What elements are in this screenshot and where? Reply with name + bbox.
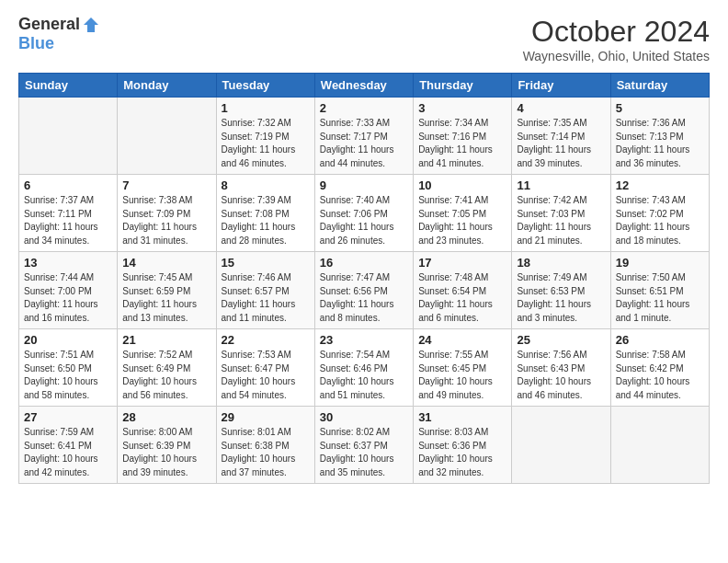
day-info: Sunrise: 8:00 AMSunset: 6:39 PMDaylight:…: [122, 426, 210, 479]
table-row: 9Sunrise: 7:40 AMSunset: 7:06 PMDaylight…: [314, 175, 413, 252]
day-number: 16: [320, 256, 408, 270]
table-row: 23Sunrise: 7:54 AMSunset: 6:46 PMDayligh…: [314, 329, 413, 407]
day-number: 9: [320, 178, 408, 192]
calendar-week-row: 1Sunrise: 7:32 AMSunset: 7:19 PMDaylight…: [19, 98, 710, 175]
calendar-week-row: 27Sunrise: 7:59 AMSunset: 6:41 PMDayligh…: [19, 407, 710, 484]
day-info: Sunrise: 7:43 AMSunset: 7:02 PMDaylight:…: [616, 194, 704, 247]
day-number: 21: [122, 333, 210, 347]
logo-icon: [82, 16, 100, 34]
day-number: 2: [320, 101, 408, 115]
day-info: Sunrise: 7:50 AMSunset: 6:51 PMDaylight:…: [616, 271, 704, 325]
table-row: [610, 407, 709, 484]
svg-marker-0: [84, 17, 98, 32]
col-wednesday: Wednesday: [314, 74, 413, 98]
day-number: 19: [616, 256, 704, 270]
day-info: Sunrise: 7:48 AMSunset: 6:54 PMDaylight:…: [418, 271, 506, 325]
day-info: Sunrise: 7:37 AMSunset: 7:11 PMDaylight:…: [24, 194, 112, 247]
table-row: 26Sunrise: 7:58 AMSunset: 6:42 PMDayligh…: [610, 329, 709, 407]
header: General Blue October 2024 Waynesville, O…: [18, 15, 710, 63]
day-number: 18: [517, 256, 605, 270]
day-number: 25: [517, 333, 605, 347]
calendar-table: Sunday Monday Tuesday Wednesday Thursday…: [18, 73, 710, 484]
col-saturday: Saturday: [610, 74, 709, 98]
day-number: 10: [418, 178, 506, 192]
table-row: 16Sunrise: 7:47 AMSunset: 6:56 PMDayligh…: [314, 252, 413, 329]
day-info: Sunrise: 7:35 AMSunset: 7:14 PMDaylight:…: [517, 117, 605, 170]
table-row: 19Sunrise: 7:50 AMSunset: 6:51 PMDayligh…: [610, 252, 709, 329]
logo-blue-text: Blue: [18, 34, 54, 52]
day-number: 5: [616, 101, 704, 115]
table-row: 21Sunrise: 7:52 AMSunset: 6:49 PMDayligh…: [118, 329, 216, 407]
table-row: 28Sunrise: 8:00 AMSunset: 6:39 PMDayligh…: [118, 407, 216, 484]
table-row: 27Sunrise: 7:59 AMSunset: 6:41 PMDayligh…: [19, 407, 118, 484]
day-info: Sunrise: 7:58 AMSunset: 6:42 PMDaylight:…: [616, 349, 704, 402]
table-row: 22Sunrise: 7:53 AMSunset: 6:47 PMDayligh…: [216, 329, 314, 407]
day-info: Sunrise: 7:56 AMSunset: 6:43 PMDaylight:…: [517, 349, 605, 402]
day-number: 4: [517, 101, 605, 115]
day-number: 30: [320, 410, 408, 424]
table-row: 15Sunrise: 7:46 AMSunset: 6:57 PMDayligh…: [216, 252, 314, 329]
day-number: 3: [418, 101, 506, 115]
table-row: 2Sunrise: 7:33 AMSunset: 7:17 PMDaylight…: [314, 98, 413, 175]
table-row: [512, 407, 610, 484]
day-number: 15: [222, 256, 310, 270]
day-info: Sunrise: 8:03 AMSunset: 6:36 PMDaylight:…: [418, 426, 506, 479]
day-info: Sunrise: 7:59 AMSunset: 6:41 PMDaylight:…: [24, 426, 112, 479]
table-row: 31Sunrise: 8:03 AMSunset: 6:36 PMDayligh…: [414, 407, 512, 484]
table-row: 14Sunrise: 7:45 AMSunset: 6:59 PMDayligh…: [118, 252, 216, 329]
table-row: 5Sunrise: 7:36 AMSunset: 7:13 PMDaylight…: [610, 98, 709, 175]
day-number: 8: [222, 178, 310, 192]
table-row: 3Sunrise: 7:34 AMSunset: 7:16 PMDaylight…: [414, 98, 512, 175]
table-row: 12Sunrise: 7:43 AMSunset: 7:02 PMDayligh…: [610, 175, 709, 252]
day-number: 31: [418, 410, 506, 424]
col-tuesday: Tuesday: [216, 74, 314, 98]
logo-general-text: General: [18, 15, 80, 34]
col-monday: Monday: [118, 74, 216, 98]
day-info: Sunrise: 7:49 AMSunset: 6:53 PMDaylight:…: [517, 271, 605, 325]
table-row: 29Sunrise: 8:01 AMSunset: 6:38 PMDayligh…: [216, 407, 314, 484]
day-info: Sunrise: 7:55 AMSunset: 6:45 PMDaylight:…: [418, 349, 506, 402]
table-row: 7Sunrise: 7:38 AMSunset: 7:09 PMDaylight…: [118, 175, 216, 252]
table-row: 11Sunrise: 7:42 AMSunset: 7:03 PMDayligh…: [512, 175, 610, 252]
day-info: Sunrise: 7:34 AMSunset: 7:16 PMDaylight:…: [418, 117, 506, 170]
table-row: 18Sunrise: 7:49 AMSunset: 6:53 PMDayligh…: [512, 252, 610, 329]
day-info: Sunrise: 7:51 AMSunset: 6:50 PMDaylight:…: [24, 349, 112, 402]
day-number: 6: [24, 178, 112, 192]
day-info: Sunrise: 7:38 AMSunset: 7:09 PMDaylight:…: [122, 194, 210, 247]
day-number: 17: [418, 256, 506, 270]
day-info: Sunrise: 7:47 AMSunset: 6:56 PMDaylight:…: [320, 271, 408, 325]
day-info: Sunrise: 7:33 AMSunset: 7:17 PMDaylight:…: [320, 117, 408, 170]
day-info: Sunrise: 7:44 AMSunset: 7:00 PMDaylight:…: [24, 271, 112, 325]
table-row: 1Sunrise: 7:32 AMSunset: 7:19 PMDaylight…: [216, 98, 314, 175]
calendar-week-row: 6Sunrise: 7:37 AMSunset: 7:11 PMDaylight…: [19, 175, 710, 252]
day-number: 23: [320, 333, 408, 347]
calendar-page: General Blue October 2024 Waynesville, O…: [0, 0, 728, 563]
col-friday: Friday: [512, 74, 610, 98]
day-info: Sunrise: 8:01 AMSunset: 6:38 PMDaylight:…: [222, 426, 310, 479]
day-info: Sunrise: 8:02 AMSunset: 6:37 PMDaylight:…: [320, 426, 408, 479]
col-thursday: Thursday: [414, 74, 512, 98]
day-info: Sunrise: 7:41 AMSunset: 7:05 PMDaylight:…: [418, 194, 506, 247]
day-info: Sunrise: 7:39 AMSunset: 7:08 PMDaylight:…: [222, 194, 310, 247]
title-block: October 2024 Waynesville, Ohio, United S…: [523, 15, 710, 63]
table-row: 17Sunrise: 7:48 AMSunset: 6:54 PMDayligh…: [414, 252, 512, 329]
day-info: Sunrise: 7:42 AMSunset: 7:03 PMDaylight:…: [517, 194, 605, 247]
calendar-header-row: Sunday Monday Tuesday Wednesday Thursday…: [19, 74, 710, 98]
day-number: 14: [122, 256, 210, 270]
table-row: 20Sunrise: 7:51 AMSunset: 6:50 PMDayligh…: [19, 329, 118, 407]
day-number: 7: [122, 178, 210, 192]
table-row: 25Sunrise: 7:56 AMSunset: 6:43 PMDayligh…: [512, 329, 610, 407]
table-row: 10Sunrise: 7:41 AMSunset: 7:05 PMDayligh…: [414, 175, 512, 252]
location-text: Waynesville, Ohio, United States: [523, 49, 710, 63]
day-number: 1: [222, 101, 310, 115]
month-title: October 2024: [523, 15, 710, 49]
day-number: 28: [122, 410, 210, 424]
table-row: 4Sunrise: 7:35 AMSunset: 7:14 PMDaylight…: [512, 98, 610, 175]
table-row: 24Sunrise: 7:55 AMSunset: 6:45 PMDayligh…: [414, 329, 512, 407]
day-info: Sunrise: 7:45 AMSunset: 6:59 PMDaylight:…: [122, 271, 210, 325]
day-number: 27: [24, 410, 112, 424]
day-info: Sunrise: 7:46 AMSunset: 6:57 PMDaylight:…: [222, 271, 310, 325]
table-row: 30Sunrise: 8:02 AMSunset: 6:37 PMDayligh…: [314, 407, 413, 484]
logo: General Blue: [18, 15, 100, 53]
table-row: 8Sunrise: 7:39 AMSunset: 7:08 PMDaylight…: [216, 175, 314, 252]
